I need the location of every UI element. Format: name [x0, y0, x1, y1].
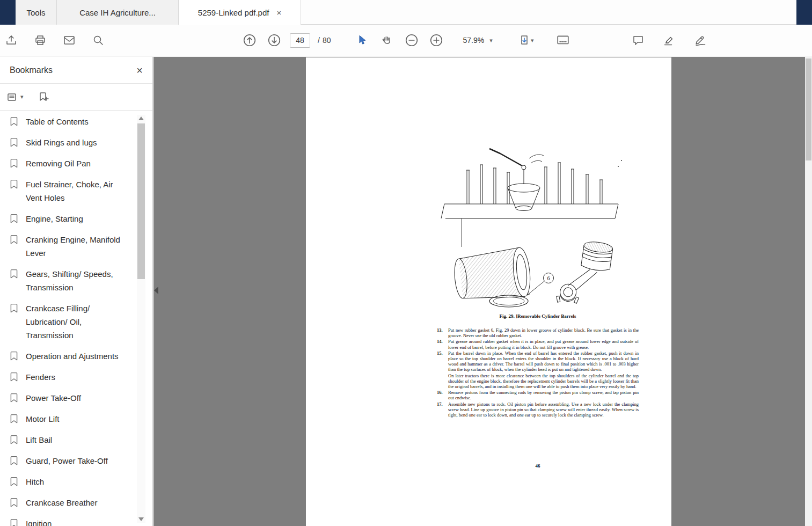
pdf-page[interactable]: 6 Fig. 29. ]Removable Cylinder Barrels 1…	[306, 57, 671, 526]
toolbar-left-group	[2, 31, 107, 49]
tab-active-label: 5259-Linked pdf.pdf	[198, 8, 269, 17]
share-icon[interactable]	[2, 31, 20, 49]
bookmark-item-fenders[interactable]: Fenders	[0, 367, 152, 388]
bookmarks-scrollbar[interactable]	[137, 115, 145, 523]
sign-icon[interactable]	[691, 31, 709, 49]
bookmark-icon	[9, 455, 19, 466]
bookmark-item-operation-adjustments[interactable]: Operation and Ajustments	[0, 346, 152, 367]
sidebar-collapse-button[interactable]	[154, 283, 162, 297]
tab-active-pdf[interactable]: 5259-Linked pdf.pdf ×	[179, 0, 301, 25]
next-page-icon[interactable]	[265, 31, 283, 49]
page-number-footer: 46	[437, 463, 639, 469]
bookmark-item-removing-oil-pan[interactable]: Removing Oil Pan	[0, 153, 152, 174]
window-corner-left	[0, 0, 16, 25]
bookmarks-list: Table of Contents Skid Rings and lugs Re…	[0, 111, 152, 526]
chevron-down-icon: ▾	[20, 93, 24, 100]
manual-paragraph: 15. Put the barrel down in place. When t…	[437, 350, 639, 372]
bookmark-icon	[9, 158, 19, 169]
paragraph-text: Put the barrel down in place. When the e…	[448, 350, 639, 372]
bookmark-label: Operation and Ajustments	[26, 349, 119, 363]
bookmark-label: Hitch	[26, 475, 44, 488]
page-number-input[interactable]	[290, 33, 310, 48]
bookmark-icon	[9, 137, 19, 148]
read-mode-icon[interactable]	[554, 31, 572, 49]
figure-caption: Fig. 29. ]Removable Cylinder Barrels	[437, 313, 639, 319]
bookmark-item-crankcase-filling[interactable]: Crankcase Filling/ Lubrication/ Oil, Tra…	[0, 298, 152, 346]
hand-tool-icon[interactable]	[378, 31, 396, 49]
scroll-up-icon[interactable]	[138, 116, 144, 120]
highlight-icon[interactable]	[660, 31, 678, 49]
bookmark-icon	[9, 413, 19, 424]
document-scrollbar-thumb[interactable]	[806, 59, 811, 160]
bookmark-item-hitch[interactable]: Hitch	[0, 471, 152, 492]
bookmark-label: Engine, Starting	[26, 212, 83, 225]
paragraph-number: 17.	[437, 401, 445, 418]
manual-paragraph: 14. Put grease around rubber gasket when…	[437, 339, 639, 349]
bookmark-icon	[9, 303, 19, 313]
bookmark-label: Motor Lift	[26, 412, 60, 426]
bookmark-label: Skid Rings and lugs	[26, 136, 97, 149]
search-icon[interactable]	[89, 31, 107, 49]
zoom-in-icon[interactable]	[427, 31, 445, 49]
bookmark-item-motor-lift[interactable]: Motor Lift	[0, 408, 152, 429]
tab-close-icon[interactable]: ×	[276, 9, 281, 17]
tab-bar: Tools Case IH Agriculture... 5259-Linked…	[0, 0, 812, 25]
bookmarks-title: Bookmarks	[10, 65, 53, 75]
document-scrollbar[interactable]	[805, 57, 812, 526]
paragraph-number: 14.	[437, 339, 445, 349]
figure-29-illustration: 6	[429, 137, 644, 311]
bookmark-icon	[9, 234, 19, 245]
bookmark-label: Crankcase Breather	[26, 496, 97, 509]
previous-page-icon[interactable]	[240, 31, 259, 49]
bookmarks-header: Bookmarks ×	[0, 57, 152, 84]
paragraph-number	[437, 373, 445, 390]
print-icon[interactable]	[31, 31, 49, 49]
bookmark-icon	[9, 213, 19, 224]
paragraph-text: Put new rubber gasket 6, Fig. 29 down in…	[448, 327, 639, 338]
tab-case-ih-document[interactable]: Case IH Agriculture...	[57, 0, 179, 25]
bookmark-icon	[9, 116, 19, 127]
page-fit-dropdown[interactable]: ▾	[513, 31, 539, 49]
chevron-down-icon: ▾	[489, 37, 493, 44]
bookmark-item-engine-starting[interactable]: Engine, Starting	[0, 208, 152, 229]
email-icon[interactable]	[60, 31, 78, 49]
manual-paragraph: 13. Put new rubber gasket 6, Fig. 29 dow…	[437, 327, 639, 338]
bookmark-item-crankcase-breather[interactable]: Crankcase Breather	[0, 492, 152, 513]
comment-icon[interactable]	[629, 31, 647, 49]
bookmark-item-ignition[interactable]: Ignition	[0, 513, 152, 526]
paragraph-text: Put grease around rubber gasket when it …	[448, 339, 639, 349]
bookmarks-close-icon[interactable]: ×	[136, 65, 143, 76]
bookmark-item-skid-rings[interactable]: Skid Rings and lugs	[0, 132, 152, 153]
bookmarks-options-dropdown[interactable]: ▾	[6, 92, 24, 103]
bookmarks-toolbar: ▾	[0, 84, 152, 111]
window-corner-right	[796, 0, 812, 25]
bookmarks-panel: Bookmarks × ▾ Table of Contents S	[0, 57, 153, 526]
document-viewport[interactable]: 6 Fig. 29. ]Removable Cylinder Barrels 1…	[153, 57, 805, 526]
scroll-down-icon[interactable]	[138, 517, 144, 521]
manual-paragraph: On later tractors there is more clearanc…	[437, 373, 639, 390]
paragraph-number: 15.	[437, 350, 445, 372]
zoom-level-dropdown[interactable]: 57.9% ▾	[459, 34, 495, 47]
bookmark-item-gears-shifting[interactable]: Gears, Shifting/ Speeds, Transmission	[0, 264, 152, 298]
paragraph-text: On later tractors there is more clearanc…	[448, 373, 639, 390]
bookmark-label: Fenders	[26, 370, 55, 384]
bookmark-item-table-of-contents[interactable]: Table of Contents	[0, 111, 152, 132]
acrobat-window: Tools Case IH Agriculture... 5259-Linked…	[0, 0, 812, 526]
bookmark-icon	[9, 268, 19, 279]
zoom-out-icon[interactable]	[403, 31, 421, 49]
bookmark-item-guard-power-take-off[interactable]: Guard, Power Take-Off	[0, 450, 152, 471]
manual-paragraph: 17. Assemble new pistons to rods. Oil pi…	[437, 401, 639, 418]
select-tool-icon[interactable]	[353, 31, 371, 49]
bookmark-item-cranking-engine[interactable]: Cranking Engine, Manifold Lever	[0, 229, 152, 264]
bookmark-item-power-take-off[interactable]: Power Take-Off	[0, 388, 152, 408]
bookmark-label: Lift Bail	[26, 433, 52, 447]
bookmark-item-fuel-strainer[interactable]: Fuel Strainer, Choke, Air Vent Holes	[0, 174, 152, 208]
chevron-down-icon: ▾	[531, 37, 534, 44]
bookmark-label: Removing Oil Pan	[26, 157, 91, 170]
bookmarks-scrollbar-thumb[interactable]	[137, 123, 145, 279]
add-bookmark-icon[interactable]	[38, 91, 49, 103]
chevron-left-icon	[154, 287, 158, 294]
manual-paragraph: 16. Remove pistons from the connecting r…	[437, 390, 639, 400]
bookmark-item-lift-bail[interactable]: Lift Bail	[0, 429, 152, 450]
tab-tools[interactable]: Tools	[16, 0, 57, 25]
